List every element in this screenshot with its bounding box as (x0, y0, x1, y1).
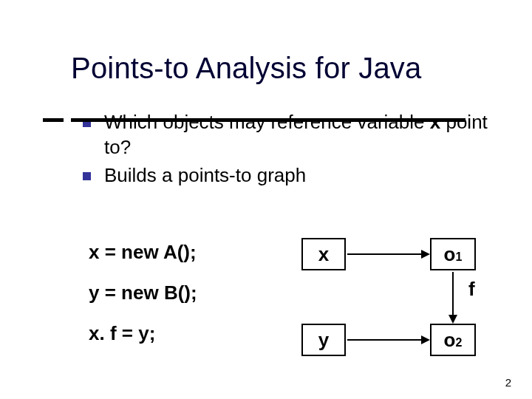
variable-x: x (430, 111, 440, 133)
bullet-text-fragment: Which objects may reference variable (104, 111, 430, 133)
slide-title: Points-to Analysis for Java (71, 52, 502, 85)
node-o1: o1 (430, 238, 476, 270)
edge-o1-o2 (452, 272, 454, 315)
arrowhead-icon (449, 315, 457, 324)
slide: Points-to Analysis for Java Which object… (0, 0, 532, 399)
edge-label-f: f (468, 278, 475, 301)
node-o2: o2 (430, 324, 476, 356)
code-line: x = new A(); (89, 241, 197, 264)
title-underline-long (71, 118, 466, 122)
title-underline-short (43, 118, 64, 122)
node-o1-sub: 1 (455, 250, 462, 264)
bullet-square-icon (83, 172, 91, 180)
node-x: x (301, 238, 346, 270)
code-block: x = new A(); y = new B(); x. f = y; (89, 241, 197, 363)
node-o2-sub: 2 (455, 336, 462, 349)
code-line: y = new B(); (89, 282, 197, 304)
edge-x-o1 (347, 253, 421, 255)
arrowhead-icon (421, 335, 430, 344)
node-o1-base: o (444, 243, 456, 266)
points-to-graph: x o1 y o2 f (294, 238, 501, 364)
arrowhead-icon (421, 250, 430, 259)
node-y: y (301, 324, 346, 356)
node-o2-base: o (444, 329, 456, 352)
bullet-text: Builds a points-to graph (104, 163, 306, 188)
code-line: x. f = y; (89, 322, 197, 345)
page-number: 2 (505, 376, 511, 389)
bullet-item: Builds a points-to graph (83, 163, 497, 188)
edge-y-o2 (347, 339, 421, 341)
